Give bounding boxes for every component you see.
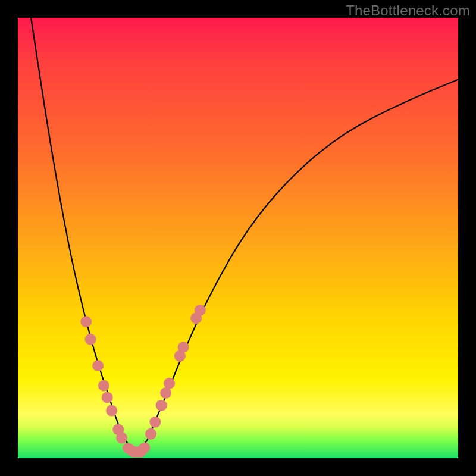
- marker-dot: [92, 360, 104, 371]
- curve-svg: [18, 18, 458, 458]
- curve-left-branch: [31, 18, 137, 454]
- marker-dot: [195, 305, 206, 316]
- valley-stub: [128, 447, 145, 452]
- marker-dot: [102, 392, 113, 403]
- marker-dot: [80, 316, 92, 327]
- marker-dot: [178, 342, 189, 353]
- chart-frame: TheBottleneck.com: [0, 0, 476, 476]
- plot-area: [18, 18, 458, 458]
- marker-dot: [160, 387, 171, 399]
- marker-dot: [116, 432, 127, 443]
- marker-dot: [85, 334, 96, 345]
- marker-dot: [98, 380, 109, 391]
- curve-right-branch: [137, 80, 458, 454]
- marker-dot: [106, 405, 117, 416]
- marker-dot: [156, 400, 167, 411]
- marker-dot: [149, 416, 161, 428]
- watermark-text: TheBottleneck.com: [346, 2, 470, 19]
- marker-dot: [164, 378, 175, 389]
- marker-dot: [145, 428, 156, 440]
